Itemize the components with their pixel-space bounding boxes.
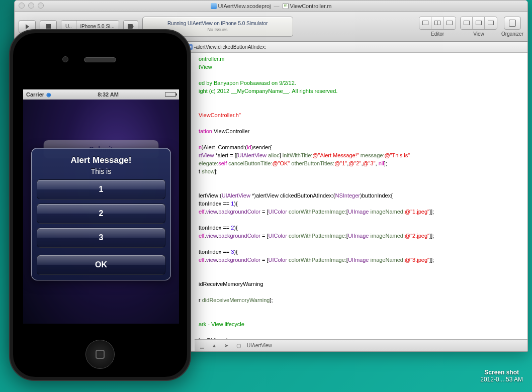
- bottom-panel-icon: [476, 21, 482, 25]
- source-editor[interactable]: ontroller.m tView ed by Banyapon Poolsaw…: [195, 53, 527, 339]
- code-token: ttonIndex ==: [199, 249, 231, 255]
- code-token: ){: [234, 201, 237, 207]
- m-file-icon: [283, 3, 289, 9]
- organizer-label: Organizer: [501, 31, 523, 37]
- standard-editor-button[interactable]: [419, 17, 431, 29]
- alert-cancel-button[interactable]: OK: [37, 255, 165, 275]
- code-token: UIColor: [269, 233, 287, 239]
- close-icon[interactable]: [19, 3, 25, 9]
- stop-icon: [46, 24, 51, 29]
- debug-bar: ▁ ▲ ➤ ▢ UIAertView: [195, 339, 527, 351]
- battery-icon: [165, 92, 176, 97]
- toggle-utilities-button[interactable]: [485, 17, 497, 29]
- alert-button-2[interactable]: 2: [37, 204, 165, 224]
- code-token: backgroundColor: [218, 209, 260, 215]
- code-token: UIAlertView: [238, 152, 267, 158]
- title-documents: UIAertView.xcodeproj — ViewController.m: [211, 3, 332, 9]
- code-token: otherButtonTitles:: [291, 160, 334, 166]
- code-token: *alert = [[: [214, 152, 237, 158]
- code-token: ){: [234, 249, 237, 255]
- code-token: @"1.jpeg": [405, 209, 429, 215]
- version-editor-icon: [447, 21, 453, 25]
- code-token: elf: [199, 257, 205, 263]
- code-token: imageNamed:: [371, 257, 405, 263]
- code-token: UIAlertView: [222, 192, 250, 199]
- version-editor-button[interactable]: [444, 17, 456, 29]
- desktop-filename-1: Screen shot: [480, 369, 523, 376]
- title-project-name: UIAertView.xcodeproj: [218, 3, 271, 9]
- code-token: elf: [199, 209, 205, 215]
- toggle-navigator-button[interactable]: [461, 17, 473, 29]
- minimize-icon[interactable]: [28, 3, 34, 9]
- debug-target-label: UIAertView: [247, 343, 272, 348]
- uialertview: Alert Message! This is 1 2 3 OK: [31, 148, 171, 280]
- code-token: view: [206, 257, 217, 263]
- code-token: lertView:(: [199, 192, 222, 199]
- editor-label: Editor: [431, 31, 444, 37]
- jump-symbol-label: -alertView:clickedButtonAtIndex:: [194, 44, 266, 50]
- code-line: tView: [199, 64, 212, 70]
- code-token: ttonIndex ==: [199, 225, 231, 231]
- assistant-editor-button[interactable]: [431, 17, 444, 29]
- desktop-filename-2: 2012-0....53 AM: [480, 376, 523, 383]
- code-token: ttonIndex ==: [199, 201, 231, 207]
- activity-line2: No Issues: [208, 27, 228, 32]
- breakpoint-icon: [128, 24, 134, 29]
- code-content[interactable]: ontroller.m tView ed by Banyapon Poolsaw…: [195, 53, 527, 339]
- alert-button-1[interactable]: 1: [37, 179, 165, 200]
- organizer-button[interactable]: [504, 17, 521, 30]
- debug-location-icon[interactable]: ➤: [223, 342, 230, 349]
- code-token: colorWithPatternImage:: [289, 209, 346, 215]
- ios-simulator-device: Carrier ◉ 8:32 AM Submit Alert Message! …: [9, 29, 191, 381]
- jump-symbol[interactable]: M-alertView:clickedButtonAtIndex:: [185, 44, 268, 50]
- alert-title: Alert Message!: [37, 155, 165, 165]
- code-token: imageNamed:: [371, 209, 405, 215]
- code-token: cancelButtonTitle:: [228, 160, 272, 166]
- code-token: @"OK": [272, 160, 290, 166]
- code-token: @"2": [348, 160, 361, 166]
- code-token: view: [206, 209, 217, 215]
- earpiece-icon: [84, 57, 116, 62]
- code-token: UIColor: [269, 209, 287, 215]
- code-line: idReceiveMemoryWarning: [199, 281, 263, 287]
- code-token: *)alertView clickedButtonAtIndex:(: [250, 192, 335, 199]
- view-label: View: [473, 31, 484, 37]
- window-titlebar[interactable]: UIAertView.xcodeproj — ViewController.m: [15, 1, 527, 12]
- toggle-debug-button[interactable]: [473, 17, 485, 29]
- debug-hide-icon[interactable]: ▁: [199, 342, 206, 349]
- code-token: @"3": [363, 160, 375, 166]
- home-button-icon: [96, 350, 105, 359]
- code-line: ight (c) 2012 __MyCompanyName__. All rig…: [199, 88, 337, 94]
- alert-button-3[interactable]: 3: [37, 228, 165, 248]
- code-token: ];: [215, 168, 218, 174]
- code-token: @"3.jpeg": [405, 257, 429, 263]
- code-token: @"Alert Message!": [312, 152, 359, 158]
- code-token: alloc: [268, 152, 280, 158]
- status-time: 8:32 AM: [98, 91, 119, 97]
- organizer-icon: [509, 20, 516, 27]
- code-line: ark - View lifecycle: [199, 321, 244, 327]
- code-token: message:: [361, 152, 385, 158]
- code-line: ed by Banyapon Poolsawasd on 9/2/12.: [199, 80, 296, 86]
- home-button[interactable]: [85, 340, 115, 369]
- play-icon: [26, 24, 29, 29]
- code-token: tation: [199, 128, 212, 134]
- code-token: UIColor: [269, 257, 287, 263]
- code-line: ViewController.h": [199, 112, 241, 118]
- wifi-icon: ◉: [46, 91, 51, 98]
- code-token: ){: [234, 225, 237, 231]
- code-token: UIImage: [348, 257, 369, 263]
- debug-expand-icon[interactable]: ▲: [211, 342, 218, 349]
- carrier-label: Carrier: [26, 91, 44, 97]
- assistant-editor-icon: [434, 21, 440, 25]
- title-separator: —: [274, 3, 280, 9]
- window-controls: [19, 3, 44, 9]
- code-token: show: [202, 168, 215, 174]
- code-token: @"This is": [384, 152, 410, 158]
- code-token: colorWithPatternImage:: [289, 257, 346, 263]
- zoom-icon[interactable]: [38, 3, 44, 9]
- code-token: backgroundColor: [218, 257, 260, 263]
- code-token: ];: [270, 297, 273, 303]
- code-token: id: [247, 144, 251, 150]
- desktop-file-label[interactable]: Screen shot 2012-0....53 AM: [480, 369, 523, 383]
